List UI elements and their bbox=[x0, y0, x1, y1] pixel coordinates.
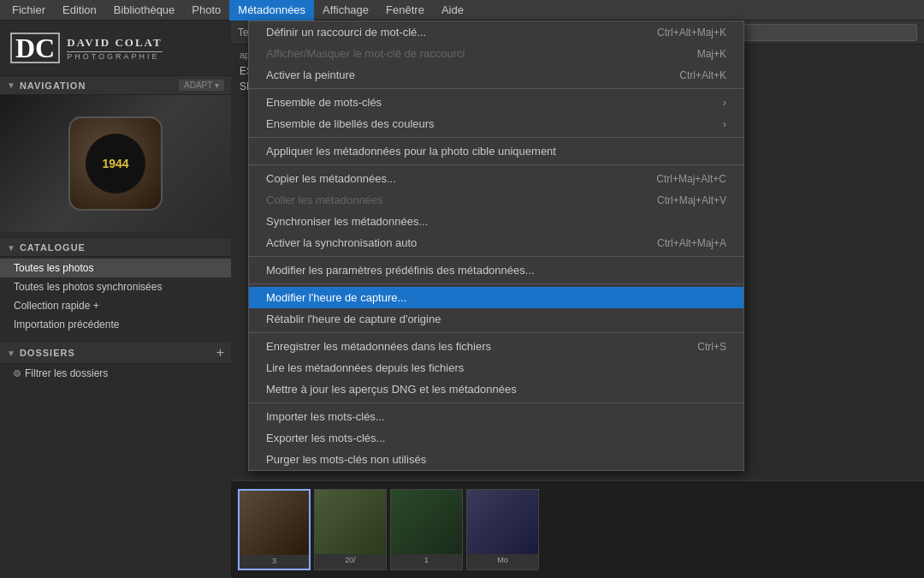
menu-coller-metadonnees-label: Coller les métadonnées bbox=[266, 194, 623, 206]
separator-6 bbox=[249, 332, 743, 333]
menu-metadonnees[interactable]: Métadonnées bbox=[229, 0, 314, 21]
filmstrip: 3 20/ 1 Mo bbox=[231, 480, 924, 578]
thumb-img-4 bbox=[467, 490, 538, 554]
thumb-label-3: 1 bbox=[391, 554, 462, 566]
catalogue-items: Toutes les photos Toutes les photos sync… bbox=[0, 257, 231, 336]
menu-fichier[interactable]: Fichier bbox=[3, 0, 54, 21]
menu-photo[interactable]: Photo bbox=[183, 0, 229, 21]
menu-ensemble-mots-cles[interactable]: Ensemble de mots-clés › bbox=[249, 92, 743, 113]
dossiers-header: ▼ Dossiers + bbox=[0, 343, 231, 364]
film-thumb-4[interactable]: Mo bbox=[466, 489, 539, 570]
menu-enregistrer-shortcut: Ctrl+S bbox=[697, 341, 726, 353]
menu-exporter-label: Exporter les mots-clés... bbox=[266, 432, 726, 444]
separator-1 bbox=[249, 88, 743, 89]
menu-modifier-heure-label: Modifier l'heure de capture... bbox=[266, 291, 726, 304]
menu-coller-metadonnees-shortcut: Ctrl+Maj+Alt+V bbox=[657, 194, 726, 206]
logo-area: DC David Colat Photographie bbox=[0, 21, 231, 76]
menu-coller-metadonnees: Coller les métadonnées Ctrl+Maj+Alt+V bbox=[249, 189, 743, 211]
film-thumb-1[interactable]: 3 bbox=[238, 489, 311, 570]
menu-lire-metadonnees[interactable]: Lire les métadonnées depuis les fichiers bbox=[249, 357, 743, 378]
menu-copier-metadonnees[interactable]: Copier les métadonnées... Ctrl+Maj+Alt+C bbox=[249, 168, 743, 189]
menu-retablir-heure-label: Rétablir l'heure de capture d'origine bbox=[266, 313, 726, 325]
dossiers-header-left: ▼ Dossiers bbox=[7, 348, 75, 358]
menu-ensemble-mots-cles-arrow: › bbox=[723, 96, 726, 109]
dossiers-arrow: ▼ bbox=[7, 349, 15, 358]
menu-modifier-heure-capture[interactable]: Modifier l'heure de capture... bbox=[249, 287, 743, 308]
menu-enregistrer-label: Enregistrer les métadonnées dans les fic… bbox=[266, 340, 663, 353]
menu-purger-mots-cles[interactable]: Purger les mots-clés non utilisés bbox=[249, 449, 743, 470]
menu-copier-metadonnees-shortcut: Ctrl+Maj+Alt+C bbox=[656, 173, 726, 185]
catalogue-section-header[interactable]: ▼ Catalogue bbox=[0, 239, 231, 257]
menu-purger-label: Purger les mots-clés non utilisés bbox=[266, 453, 726, 466]
menu-mettre-a-jour-apercus[interactable]: Mettre à jour les aperçus DNG et les mét… bbox=[249, 378, 743, 400]
catalogue-item-rapid[interactable]: Collection rapide + bbox=[0, 296, 231, 315]
menu-ensemble-libelles-arrow: › bbox=[723, 117, 726, 130]
logo-letters: DC bbox=[10, 33, 60, 63]
thumb-label-4: Mo bbox=[467, 554, 538, 566]
catalogue-item-previous[interactable]: Importation précédente bbox=[0, 315, 231, 334]
menu-activer-peinture-label: Activer la peinture bbox=[266, 69, 645, 81]
menu-enregistrer-metadonnees[interactable]: Enregistrer les métadonnées dans les fic… bbox=[249, 336, 743, 357]
navigation-header-left: ▼ Navigation bbox=[7, 80, 86, 91]
film-thumb-2[interactable]: 20/ bbox=[314, 489, 387, 570]
menu-ensemble-libelles[interactable]: Ensemble de libellés des couleurs › bbox=[249, 113, 743, 134]
navigation-title: Navigation bbox=[20, 80, 86, 91]
logo-sub: Photographie bbox=[67, 52, 162, 61]
catalogue-arrow: ▼ bbox=[7, 243, 15, 253]
separator-4 bbox=[249, 256, 743, 257]
menu-ensemble-libelles-label: Ensemble de libellés des couleurs bbox=[266, 117, 714, 130]
menu-modifier-parametres[interactable]: Modifier les paramètres prédéfinis des m… bbox=[249, 259, 743, 281]
thumb-label-2: 20/ bbox=[315, 554, 386, 566]
left-sidebar: DC David Colat Photographie ▼ Navigation… bbox=[0, 21, 231, 578]
menu-retablir-heure-origine[interactable]: Rétablir l'heure de capture d'origine bbox=[249, 308, 743, 330]
catalogue-title: Catalogue bbox=[20, 242, 86, 253]
add-dossier-button[interactable]: + bbox=[216, 346, 224, 360]
watch-screen: 1944 bbox=[86, 134, 145, 194]
separator-5 bbox=[249, 283, 743, 284]
separator-3 bbox=[249, 164, 743, 165]
catalogue-item-synced[interactable]: Toutes les photos synchronisées bbox=[0, 277, 231, 296]
catalogue-section: ▼ Catalogue Toutes les photos Toutes les… bbox=[0, 239, 231, 336]
navigation-preview: 1944 bbox=[0, 95, 231, 232]
menu-definir-raccourci-label: Définir un raccourci de mot-clé... bbox=[266, 26, 623, 39]
metadonnees-dropdown: Définir un raccourci de mot-clé... Ctrl+… bbox=[248, 21, 744, 471]
navigation-badge[interactable]: ADAPT ▾ bbox=[179, 80, 224, 91]
menu-activer-sync-shortcut: Ctrl+Alt+Maj+A bbox=[657, 237, 726, 249]
menubar: Fichier Edition Bibliothèque Photo Métad… bbox=[0, 0, 924, 21]
menu-importer-label: Importer les mots-clés... bbox=[266, 410, 726, 423]
filter-dossiers-item: Filtrer les dossiers bbox=[0, 364, 231, 383]
menu-ensemble-mots-cles-label: Ensemble de mots-clés bbox=[266, 96, 714, 109]
catalogue-item-all[interactable]: Toutes les photos bbox=[0, 259, 231, 277]
menu-fenetre[interactable]: Fenêtre bbox=[377, 0, 433, 21]
menu-affichage[interactable]: Affichage bbox=[314, 0, 377, 21]
logo-text: David Colat Photographie bbox=[67, 36, 162, 61]
menu-mettre-a-jour-label: Mettre à jour les aperçus DNG et les mét… bbox=[266, 383, 726, 396]
menu-synchroniser-metadonnees[interactable]: Synchroniser les métadonnées... bbox=[249, 211, 743, 232]
menu-appliquer-metadonnees-label: Appliquer les métadonnées pour la photo … bbox=[266, 145, 726, 158]
menu-activer-synchronisation[interactable]: Activer la synchronisation auto Ctrl+Alt… bbox=[249, 232, 743, 253]
menu-importer-mots-cles[interactable]: Importer les mots-clés... bbox=[249, 406, 743, 427]
navigation-arrow: ▼ bbox=[7, 80, 15, 90]
filter-dossiers-label: Filtrer les dossiers bbox=[25, 367, 108, 379]
thumb-img-3 bbox=[391, 490, 462, 554]
dossiers-title: Dossiers bbox=[20, 348, 75, 358]
catalogue-header-left: ▼ Catalogue bbox=[7, 242, 86, 253]
thumb-img-1 bbox=[240, 491, 309, 555]
preview-image: 1944 bbox=[0, 95, 231, 232]
menu-exporter-mots-cles[interactable]: Exporter les mots-clés... bbox=[249, 427, 743, 449]
menu-edition[interactable]: Edition bbox=[54, 0, 105, 21]
menu-aide[interactable]: Aide bbox=[433, 0, 472, 21]
menu-activer-peinture-shortcut: Ctrl+Alt+K bbox=[679, 69, 726, 81]
navigation-section-header[interactable]: ▼ Navigation ADAPT ▾ bbox=[0, 76, 231, 95]
separator-7 bbox=[249, 402, 743, 403]
separator-2 bbox=[249, 137, 743, 138]
menu-afficher-masquer-label: Afficher/Masquer le mot-clé de raccourci bbox=[266, 47, 663, 60]
menu-appliquer-metadonnees[interactable]: Appliquer les métadonnées pour la photo … bbox=[249, 140, 743, 162]
film-thumb-3[interactable]: 1 bbox=[390, 489, 463, 570]
menu-afficher-masquer-shortcut: Maj+K bbox=[697, 48, 726, 60]
logo-name: David Colat bbox=[67, 36, 162, 50]
menu-bibliotheque[interactable]: Bibliothèque bbox=[105, 0, 184, 21]
menu-activer-sync-label: Activer la synchronisation auto bbox=[266, 236, 623, 249]
menu-activer-peinture[interactable]: Activer la peinture Ctrl+Alt+K bbox=[249, 64, 743, 86]
menu-definir-raccourci[interactable]: Définir un raccourci de mot-clé... Ctrl+… bbox=[249, 21, 743, 43]
